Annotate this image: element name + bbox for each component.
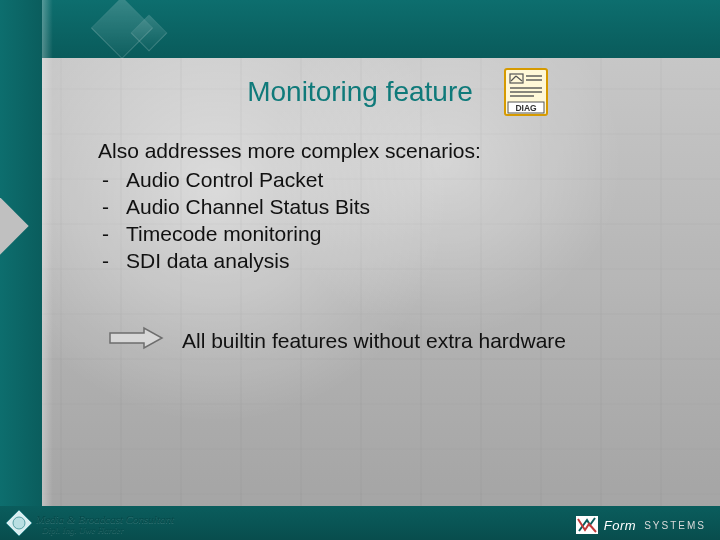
bullet-text: Audio Control Packet	[126, 167, 323, 194]
band-decor	[100, 6, 170, 52]
brand-name: Form	[604, 518, 636, 533]
svg-point-12	[13, 517, 25, 529]
brand-logo: Form SYSTEMS	[576, 516, 706, 534]
consultant-credit: Media & Broadcast Consultant Dipl. Ing. …	[36, 514, 174, 535]
slide: Monitoring feature DIAG Also addresses m…	[0, 0, 720, 540]
brand-suffix: SYSTEMS	[644, 520, 706, 531]
diag-icon: DIAG	[504, 68, 548, 116]
bullet-text: Audio Channel Status Bits	[126, 194, 370, 221]
consultant-logo-icon	[4, 508, 34, 538]
list-item: - SDI data analysis	[98, 248, 660, 275]
bullet-list: - Audio Control Packet - Audio Channel S…	[98, 167, 660, 275]
callout-row: All builtin features without extra hardw…	[108, 326, 670, 355]
bullet-dash: -	[98, 167, 126, 194]
arrow-right-icon	[108, 326, 164, 355]
slide-title: Monitoring feature	[60, 76, 660, 108]
bullet-text: Timecode monitoring	[126, 221, 321, 248]
brand-mark-icon	[576, 516, 598, 534]
consultant-line2: Dipl. Ing. Uwe Harder	[42, 526, 174, 535]
diag-icon-label: DIAG	[515, 103, 537, 113]
svg-marker-10	[110, 328, 162, 348]
callout-text: All builtin features without extra hardw…	[182, 329, 566, 353]
list-item: - Timecode monitoring	[98, 221, 660, 248]
bullet-dash: -	[98, 221, 126, 248]
bullet-dash: -	[98, 194, 126, 221]
left-stripe-highlight	[42, 0, 54, 540]
consultant-line1: Media & Broadcast Consultant	[36, 514, 174, 526]
left-stripe	[0, 0, 42, 540]
list-item: - Audio Channel Status Bits	[98, 194, 660, 221]
list-item: - Audio Control Packet	[98, 167, 660, 194]
bullet-text: SDI data analysis	[126, 248, 289, 275]
slide-body: Also addresses more complex scenarios: -…	[98, 138, 660, 274]
bullet-dash: -	[98, 248, 126, 275]
intro-text: Also addresses more complex scenarios:	[98, 138, 660, 165]
